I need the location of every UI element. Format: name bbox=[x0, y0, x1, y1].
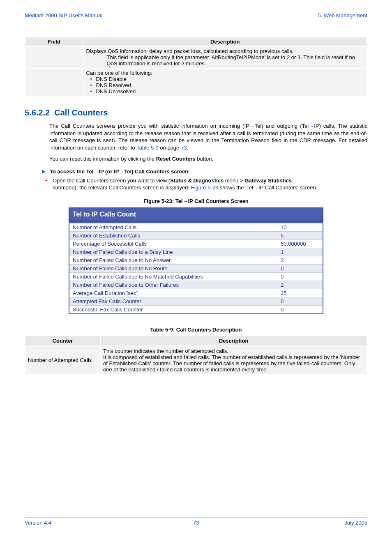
metric-label: Percentage of Successful Calls bbox=[69, 240, 277, 248]
table-row: Number of Failed Calls due to No Answer3 bbox=[69, 256, 323, 264]
list-item: DNS Disable bbox=[96, 76, 364, 82]
desc-main: Can be one of the following: bbox=[86, 70, 152, 76]
metric-label: Number of Failed Calls due to a Busy Lin… bbox=[69, 248, 277, 256]
description-cell: Displays QoS information: delay and pack… bbox=[83, 46, 367, 68]
procedure-heading: ➤To access the Tel→IP (or IP→Tel) Call C… bbox=[41, 168, 367, 175]
text: IP Call Counters' screen. bbox=[258, 184, 317, 191]
footer-page-number: 73 bbox=[25, 520, 367, 526]
metric-label: Number of Failed Calls due to No Answer bbox=[69, 256, 277, 264]
table-row: Can be one of the following: DNS Disable… bbox=[25, 68, 367, 96]
arrow-icon: → bbox=[119, 168, 124, 175]
section-title: Call Counters bbox=[54, 108, 108, 117]
bullet-item: •Open the Call Counters screen you want … bbox=[45, 177, 367, 191]
counter-name: Number of Attempted Calls bbox=[25, 346, 100, 375]
text: submenu); the relevant Call Counters scr… bbox=[53, 184, 191, 191]
text: Open the Call Counters screen you want t… bbox=[53, 177, 170, 184]
field-cell bbox=[25, 68, 83, 96]
metric-label: Number of Failed Calls due to No Route bbox=[69, 264, 277, 272]
arrow-icon: → bbox=[309, 123, 314, 129]
list-item: DNS Resolved bbox=[96, 82, 364, 88]
table-row: Successful Fax Calls Counter0 bbox=[69, 305, 323, 313]
calls-count-table: Number of Attempted Calls10 Number of Es… bbox=[69, 223, 323, 313]
text: IP Call Counters Screen bbox=[188, 198, 248, 204]
text: Tel) and outgoing (Tel bbox=[255, 123, 309, 129]
table-row: Number of Attempted Calls This counter i… bbox=[25, 346, 367, 375]
list-item: DNS Unresolved bbox=[96, 88, 364, 94]
metric-label: Number of Failed Calls due to Other Fail… bbox=[69, 281, 277, 289]
link-figure-ref[interactable]: Figure 5-23 bbox=[191, 184, 218, 191]
description-cell: Can be one of the following: DNS Disable… bbox=[83, 68, 367, 96]
submenu-ref: Gateway Statistics bbox=[244, 177, 292, 184]
table-row: Number of Failed Calls due to No Matched… bbox=[69, 272, 323, 281]
text: Figure 5-23: Tel bbox=[143, 198, 182, 204]
metric-value: 10 bbox=[277, 223, 323, 231]
col-header: Description bbox=[100, 336, 367, 346]
table-row: Number of Failed Calls due to a Busy Lin… bbox=[69, 248, 323, 256]
table1-col2-header: Description bbox=[83, 37, 367, 46]
header-left: Mediant 2000 SIP User's Manual bbox=[25, 12, 102, 18]
metric-label: Number of Attempted Calls bbox=[69, 223, 277, 231]
field-cell bbox=[25, 46, 83, 68]
text: You can reset this information by clicki… bbox=[49, 156, 156, 162]
table-row: Average Call Duration [sec]15 bbox=[69, 289, 323, 297]
arrow-icon: → bbox=[182, 198, 188, 204]
calls-count-panel: Tel to IP Calls Count Number of Attempte… bbox=[69, 207, 323, 314]
arrow-icon: → bbox=[253, 184, 258, 191]
desc-indent: This field is applicable only if the par… bbox=[86, 54, 364, 67]
text: shows the 'Tel bbox=[218, 184, 253, 191]
table-row: Number of Failed Calls due to Other Fail… bbox=[69, 281, 323, 289]
metric-value: 0 bbox=[277, 305, 323, 313]
metric-label: Successful Fax Calls Counter bbox=[69, 305, 277, 313]
metric-value: 50.000000 bbox=[277, 240, 323, 248]
metric-label: Attempted Fax Calls Counter bbox=[69, 297, 277, 305]
field-description-table: Field Description Displays QoS informati… bbox=[25, 37, 367, 97]
text: menu > bbox=[224, 177, 244, 184]
counter-description: This counter indicates the number of att… bbox=[100, 346, 367, 375]
text: To access the Tel bbox=[50, 168, 93, 175]
table1-col1-header: Field bbox=[25, 37, 83, 46]
metric-value: 1 bbox=[277, 281, 323, 289]
paragraph: The Call Counters screens provide you wi… bbox=[49, 122, 367, 151]
metric-value: 0 bbox=[277, 297, 323, 305]
link-table-ref[interactable]: Table 5-9 bbox=[136, 145, 158, 151]
table-row: Number of Attempted Calls10 bbox=[69, 223, 323, 231]
desc-main: Displays QoS information: delay and pack… bbox=[86, 48, 293, 54]
header-right: 5. Web Management bbox=[318, 12, 367, 18]
text: . bbox=[187, 145, 188, 151]
metric-value: 1 bbox=[277, 248, 323, 256]
menu-ref: Status & Diagnostics bbox=[170, 177, 224, 184]
triangle-icon: ➤ bbox=[41, 168, 46, 175]
arrow-icon: → bbox=[93, 168, 99, 175]
calls-count-title: Tel to IP Calls Count bbox=[69, 208, 323, 221]
arrow-icon: → bbox=[249, 123, 255, 129]
text: button. bbox=[196, 156, 213, 162]
metric-label: Number of Established Calls bbox=[69, 231, 277, 240]
text: Tel) Call Counters screen: bbox=[124, 168, 190, 175]
metric-value: 3 bbox=[277, 256, 323, 264]
metric-label: Number of Failed Calls due to No Matched… bbox=[69, 272, 277, 281]
metric-value: 15 bbox=[277, 289, 323, 297]
table-row: Displays QoS information: delay and pack… bbox=[25, 46, 367, 68]
table-row: Percentage of Successful Calls50.000000 bbox=[69, 240, 323, 248]
button-label-ref: Reset Counters bbox=[156, 156, 196, 162]
text: on page bbox=[159, 145, 181, 151]
page-header: Mediant 2000 SIP User's Manual 5. Web Ma… bbox=[25, 12, 367, 20]
figure-caption: Figure 5-23: Tel→IP Call Counters Screen bbox=[25, 198, 367, 204]
table-caption: Table 5-9: Call Counters Description bbox=[25, 327, 367, 333]
table-row: Number of Failed Calls due to No Route0 bbox=[69, 264, 323, 272]
text: IP (or IP bbox=[99, 168, 119, 175]
metric-label: Average Call Duration [sec] bbox=[69, 289, 277, 297]
paragraph: You can reset this information by clicki… bbox=[49, 155, 367, 163]
bullet-icon: • bbox=[45, 177, 53, 184]
counters-description-table: Counter Description Number of Attempted … bbox=[25, 335, 367, 375]
text: The Call Counters screens provide you wi… bbox=[49, 123, 249, 129]
section-number: 5.6.2.2 bbox=[25, 108, 50, 117]
col-header: Counter bbox=[25, 336, 100, 346]
table-row: Attempted Fax Calls Counter0 bbox=[69, 297, 323, 305]
link-page-ref[interactable]: 73 bbox=[181, 145, 187, 151]
page-footer: Version 4.4 73 July 2005 bbox=[25, 518, 367, 526]
section-heading: 5.6.2.2 Call Counters bbox=[25, 108, 367, 117]
metric-value: 0 bbox=[277, 272, 323, 281]
metric-value: 0 bbox=[277, 264, 323, 272]
metric-value: 5 bbox=[277, 231, 323, 240]
